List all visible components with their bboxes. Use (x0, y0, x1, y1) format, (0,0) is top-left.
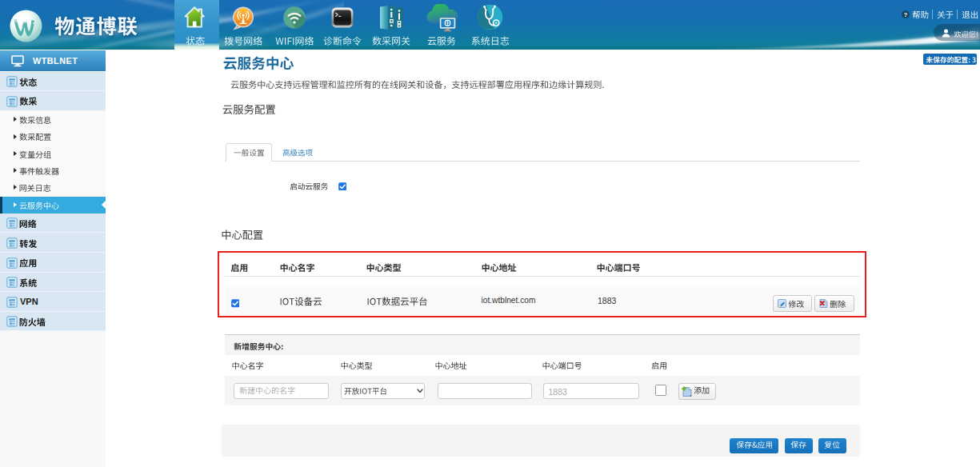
svg-text:?: ? (903, 10, 907, 18)
